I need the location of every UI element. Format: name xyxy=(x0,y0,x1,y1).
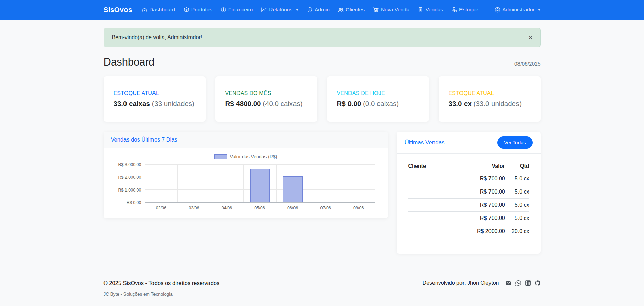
people-icon xyxy=(338,7,344,13)
y-axis-labels: R$ 0,00R$ 1.000,00R$ 2.000,00R$ 3.000,00 xyxy=(111,165,145,203)
nav-item-clientes[interactable]: Clientes xyxy=(338,7,365,13)
x-tick-label: 06/06 xyxy=(287,206,298,210)
cell-qtd: 5.0 cx xyxy=(505,212,529,225)
legend-label: Valor das Vendas (R$) xyxy=(230,154,277,159)
cell-valor: R$ 700.00 xyxy=(461,212,505,225)
chart-legend: Valor das Vendas (R$) xyxy=(111,154,381,159)
cell-valor: R$ 700.00 xyxy=(461,185,505,199)
stat-value: R$ 0.00 xyxy=(337,100,361,107)
email-icon[interactable] xyxy=(505,280,511,286)
x-tick-label: 02/06 xyxy=(156,206,166,210)
gridline xyxy=(375,165,375,202)
stat-cards-row: ESTOQUE ATUAL 33.0 caixas (33 unidades) … xyxy=(104,76,541,122)
nav-item-label: Clientes xyxy=(346,7,365,13)
cell-qtd: 20.0 cx xyxy=(505,225,529,238)
chart-plot xyxy=(145,165,375,203)
cell-qtd: 5.0 cx xyxy=(505,185,529,199)
table-row: R$ 700.00 5.0 cx xyxy=(408,172,529,185)
brand-logo[interactable]: SisOvos xyxy=(104,6,132,14)
github-icon[interactable] xyxy=(535,280,541,286)
stat-value: 33.0 cx xyxy=(449,100,472,107)
bar-chart: Valor das Vendas (R$) R$ 0,00R$ 1.000,00… xyxy=(104,148,388,218)
cell-cliente xyxy=(408,185,461,199)
table-row: R$ 700.00 5.0 cx xyxy=(408,212,529,225)
table-row: R$ 2000.00 20.0 cx xyxy=(408,225,529,238)
table-row: R$ 700.00 5.0 cx xyxy=(408,185,529,199)
col-header-cliente: Cliente xyxy=(408,161,461,172)
user-menu-label: Administrador xyxy=(502,7,535,13)
stat-detail: (33 unidades) xyxy=(152,100,194,107)
developed-by-text: Desenvolvido por: Jhon Cleyton xyxy=(423,280,499,286)
cell-cliente xyxy=(408,225,461,238)
chevron-down-icon xyxy=(296,9,299,11)
cash-coin-icon xyxy=(221,7,226,13)
x-tick-label: 04/06 xyxy=(222,206,232,210)
col-header-qtd: Qtd xyxy=(505,161,529,172)
whatsapp-icon[interactable] xyxy=(515,280,521,286)
user-menu[interactable]: Administrador xyxy=(495,7,541,13)
x-tick-label: 08/06 xyxy=(353,206,364,210)
nav-item-nova-venda[interactable]: Nova Venda xyxy=(373,7,409,13)
cart-plus-icon xyxy=(373,7,379,13)
y-tick-label: R$ 1.000,00 xyxy=(118,188,141,193)
stat-value: 33.0 caixas xyxy=(114,100,150,107)
sales-table: Cliente Valor Qtd R$ 700.00 5.0 cx xyxy=(408,161,529,238)
chevron-down-icon xyxy=(538,9,541,11)
cell-valor: R$ 700.00 xyxy=(461,199,505,212)
stat-value: R$ 4800.00 xyxy=(225,100,261,107)
page-title: Dashboard xyxy=(104,56,155,68)
chart-title: Vendas dos Últimos 7 Dias xyxy=(111,136,177,143)
nav-item-label: Admin xyxy=(315,7,330,13)
nav-item-produtos[interactable]: Produtos xyxy=(184,7,212,13)
welcome-alert-text: Bem-vindo(a) de volta, Administrador! xyxy=(112,34,202,40)
nav-item-dashboard[interactable]: Dashboard xyxy=(142,7,175,13)
x-axis-labels: 02/0603/0604/0605/0606/0607/0608/06 xyxy=(145,203,375,213)
sales-card-header: Últimas Vendas Ver Todas xyxy=(397,132,541,154)
cell-cliente xyxy=(408,199,461,212)
gridline xyxy=(145,165,145,202)
nav-item-estoque[interactable]: Estoque xyxy=(451,7,478,13)
col-header-valor: Valor xyxy=(461,161,505,172)
cell-qtd: 5.0 cx xyxy=(505,199,529,212)
nav-item-label: Produtos xyxy=(191,7,212,13)
stat-detail: (33.0 unidades) xyxy=(474,100,522,107)
cell-cliente xyxy=(408,172,461,185)
speedometer-icon xyxy=(142,7,147,13)
sales-chart-card: Vendas dos Últimos 7 Dias Valor das Vend… xyxy=(104,132,388,218)
nav-item-relatorios[interactable]: Relatórios xyxy=(261,7,299,13)
linkedin-icon[interactable] xyxy=(525,280,531,286)
stat-card-estoque-atual: ESTOQUE ATUAL 33.0 caixas (33 unidades) xyxy=(104,76,206,122)
cell-valor: R$ 700.00 xyxy=(461,172,505,185)
graph-icon xyxy=(261,7,267,13)
latest-sales-card: Últimas Vendas Ver Todas Cliente Valor Q… xyxy=(397,132,541,254)
stat-detail: (40.0 caixas) xyxy=(263,100,302,107)
close-icon[interactable]: × xyxy=(528,33,533,42)
company-text: JC Byte - Soluções em Tecnologia xyxy=(104,291,220,297)
nav-item-label: Estoque xyxy=(459,7,478,13)
stat-title: VENDAS DO MÊS xyxy=(225,90,307,96)
welcome-alert: Bem-vindo(a) de volta, Administrador! × xyxy=(104,28,541,47)
stat-card-estoque-cx: ESTOQUE ATUAL 33.0 cx (33.0 unidades) xyxy=(439,76,541,122)
chart-bar xyxy=(283,176,303,202)
nav-item-label: Relatórios xyxy=(269,7,292,13)
person-circle-icon xyxy=(495,7,500,13)
stat-title: VENDAS DE HOJE xyxy=(337,90,419,96)
nav-item-financeiro[interactable]: Financeiro xyxy=(221,7,253,13)
nav-item-label: Dashboard xyxy=(149,7,175,13)
stat-detail: (0.0 caixas) xyxy=(363,100,399,107)
nav-item-admin[interactable]: Admin xyxy=(307,7,330,13)
y-tick-label: R$ 2.000,00 xyxy=(118,175,141,180)
cell-qtd: 5.0 cx xyxy=(505,172,529,185)
cell-cliente xyxy=(408,212,461,225)
stat-card-vendas-mes: VENDAS DO MÊS R$ 4800.00 (40.0 caixas) xyxy=(215,76,317,122)
chart-bar xyxy=(250,169,270,202)
stat-card-vendas-hoje: VENDAS DE HOJE R$ 0.00 (0.0 caixas) xyxy=(327,76,429,122)
gridline xyxy=(177,165,178,202)
x-tick-label: 07/06 xyxy=(320,206,331,210)
nav-item-vendas[interactable]: Vendas xyxy=(418,7,443,13)
ver-todas-button[interactable]: Ver Todas xyxy=(497,136,532,149)
stat-title: ESTOQUE ATUAL xyxy=(114,90,196,96)
current-date: 08/06/2025 xyxy=(514,61,541,68)
x-tick-label: 05/06 xyxy=(254,206,265,210)
stat-title: ESTOQUE ATUAL xyxy=(449,90,531,96)
